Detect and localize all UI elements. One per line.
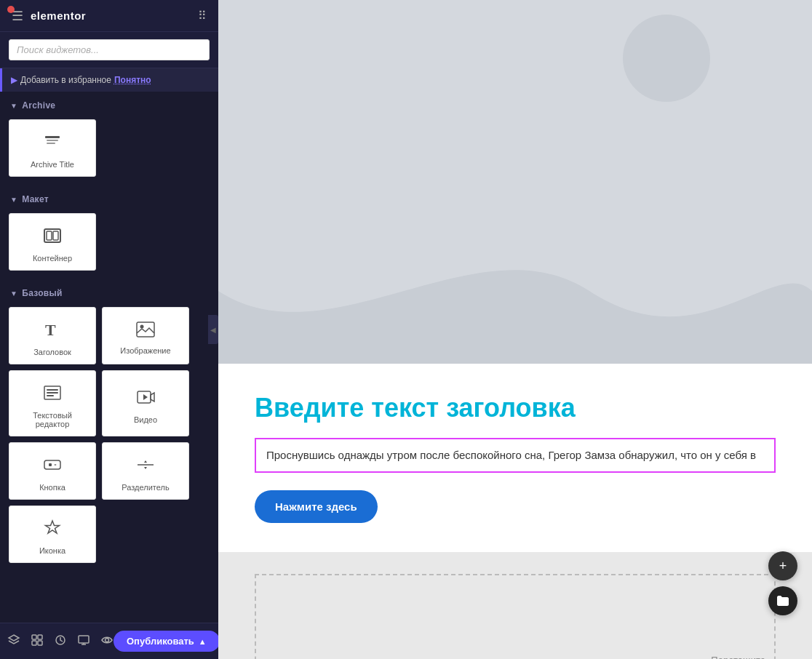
widget-archive-title-label: Archive Title (31, 160, 74, 169)
archive-title-icon (42, 132, 63, 154)
update-dot (7, 6, 15, 13)
widget-icon[interactable]: Иконка (9, 506, 96, 563)
svg-rect-10 (47, 389, 58, 391)
maket-widgets: Контейнер (0, 210, 218, 279)
icon-widget-icon (42, 518, 63, 540)
app-logo: elementor (31, 9, 86, 22)
svg-marker-17 (144, 460, 147, 463)
svg-rect-12 (47, 395, 54, 396)
section-basic-label: Базовый (22, 288, 63, 298)
publish-label: Опубликовать (127, 636, 194, 647)
svg-rect-24 (79, 636, 89, 643)
svg-rect-19 (32, 635, 36, 639)
hero-wave (218, 218, 812, 364)
body-text-block: Проснувшись однажды утром после беспокой… (255, 438, 776, 473)
favorites-banner: ▶ Добавить в избранное Понятно (0, 68, 218, 92)
divider-icon (135, 455, 156, 477)
widget-text-editor[interactable]: Текстовый редактор (9, 370, 96, 436)
resize-handle[interactable]: ◀ (208, 315, 218, 344)
widget-button-label: Кнопка (39, 483, 65, 492)
fab-area: + (768, 551, 797, 615)
body-text: Проснувшись однажды утром после беспокой… (266, 449, 756, 461)
section-maket-label: Макет (22, 194, 49, 204)
sidebar-bottombar: Опубликовать ▲ (0, 623, 218, 659)
section-maket: ▼ Макет (0, 185, 218, 210)
text-editor-icon (42, 383, 63, 405)
arrow-icon: ▶ (11, 75, 17, 85)
widget-image[interactable]: Изображение (102, 307, 189, 364)
svg-point-8 (140, 325, 144, 329)
widget-heading-label: Заголовок (33, 348, 71, 356)
favorites-link[interactable]: Понятно (114, 75, 151, 85)
history-icon[interactable] (54, 634, 67, 650)
widget-video-label: Видео (134, 415, 157, 424)
svg-rect-1 (47, 140, 58, 141)
content-section: Введите текст заголовка Проснувшись одна… (218, 364, 812, 552)
hero-circle (623, 15, 710, 102)
fab-add-button[interactable]: + (768, 551, 797, 580)
search-input[interactable] (9, 39, 210, 60)
layers-icon[interactable] (7, 634, 20, 650)
widget-video[interactable]: Видео (102, 370, 189, 436)
svg-text:T: T (45, 321, 56, 339)
svg-rect-20 (38, 635, 42, 639)
publish-chevron-icon: ▲ (199, 637, 207, 646)
button-icon (42, 455, 63, 477)
svg-rect-11 (47, 392, 58, 394)
basic-widgets: T Заголовок Изображение (0, 304, 218, 572)
widget-heading[interactable]: T Заголовок (9, 307, 96, 364)
grid-icon[interactable]: ⠿ (198, 9, 207, 23)
widgets-icon[interactable] (31, 634, 44, 650)
drag-hint: Перетащите (711, 655, 765, 659)
main-canvas: Введите текст заголовка Проснувшись одна… (218, 0, 812, 659)
svg-rect-21 (32, 641, 36, 645)
widget-text-editor-label: Текстовый редактор (15, 411, 89, 428)
widgets-scroll: ▼ Archive Archive Title ▼ Макет (0, 92, 218, 659)
svg-marker-18 (144, 467, 147, 469)
section-basic: ▼ Базовый (0, 279, 218, 304)
section-maket-arrow: ▼ (10, 196, 17, 204)
svg-rect-2 (47, 143, 55, 144)
widget-divider-label: Разделитель (122, 483, 169, 492)
topbar-left: ☰ elementor (12, 8, 86, 24)
container-icon (42, 225, 63, 248)
widget-divider[interactable]: Разделитель (102, 442, 189, 500)
section-archive: ▼ Archive (0, 92, 218, 116)
sidebar: ☰ elementor ⠿ ▶ Добавить в избранное Пон… (0, 0, 218, 659)
eye-icon[interactable] (100, 634, 114, 650)
favorites-text: Добавить в избранное (20, 75, 111, 85)
svg-rect-22 (38, 641, 42, 645)
svg-rect-0 (45, 136, 60, 138)
svg-rect-7 (137, 322, 154, 337)
page-title: Введите текст заголовка (255, 393, 776, 423)
svg-rect-15 (49, 463, 52, 466)
image-icon (135, 321, 156, 340)
widget-container[interactable]: Контейнер (9, 213, 96, 271)
preview-icon[interactable] (77, 634, 90, 650)
archive-widgets: Archive Title (0, 116, 218, 185)
widget-archive-title[interactable]: Archive Title (9, 119, 96, 177)
widget-button[interactable]: Кнопка (9, 442, 96, 500)
bottom-icons (7, 634, 114, 650)
heading-icon: T (42, 319, 63, 342)
cta-button[interactable]: Нажмите здесь (255, 490, 378, 523)
svg-rect-14 (44, 460, 60, 469)
section-basic-arrow: ▼ (10, 289, 17, 297)
svg-point-27 (106, 638, 109, 642)
svg-rect-4 (47, 231, 52, 240)
svg-rect-5 (53, 231, 58, 240)
video-icon (135, 387, 156, 410)
sidebar-topbar: ☰ elementor ⠿ (0, 0, 218, 32)
fab-folder-button[interactable] (768, 586, 797, 615)
search-area (0, 32, 218, 68)
section-arrow: ▼ (10, 102, 17, 110)
widget-container-label: Контейнер (33, 254, 72, 263)
hero-section (218, 0, 812, 364)
publish-button[interactable]: Опубликовать ▲ (114, 631, 220, 652)
drop-placeholder[interactable]: Перетащите (255, 574, 776, 659)
section-archive-label: Archive (22, 100, 55, 111)
widget-icon-label: Иконка (39, 546, 65, 555)
widget-image-label: Изображение (120, 346, 170, 355)
